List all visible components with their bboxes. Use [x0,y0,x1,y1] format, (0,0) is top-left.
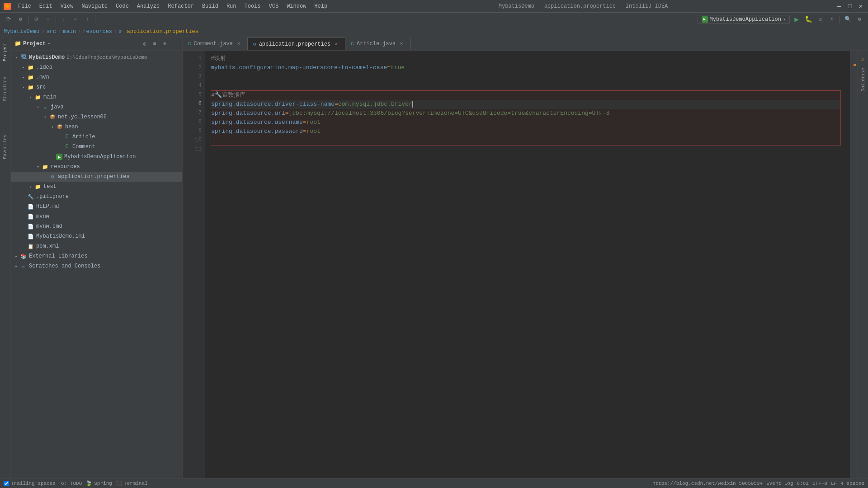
menu-run[interactable]: Run [223,2,240,10]
tab-comment[interactable]: C Comment.java × [183,38,248,50]
toolbar-settings-btn[interactable]: ⚙ [15,14,25,24]
tree-item-scratches[interactable]: ▸ ✏ Scratches and Consoles [11,261,182,271]
menu-refactor[interactable]: Refactor [164,2,198,10]
menu-navigate[interactable]: Navigate [78,2,111,10]
sidebar-icon-favorites[interactable]: Favorites [3,133,8,161]
tree-icon-main: 📁 [34,94,42,101]
tree-item-mybatisdemoapp[interactable]: ▸ ▶ MybatisDemoApplication [11,152,182,162]
status-encoding[interactable]: UTF-8 [812,481,827,486]
tree-item-helpmd[interactable]: ▸ 📄 HELP.md [11,202,182,211]
tree-item-idea[interactable]: ▸ 📁 .idea [11,62,182,72]
toolbar-collapse-btn[interactable]: − [43,14,53,24]
tree-item-article[interactable]: ▸ C Article [11,132,182,142]
project-collapse-btn[interactable]: ≡ [151,40,159,48]
project-dropdown-icon[interactable]: ▾ [47,41,50,47]
tab-article[interactable]: C Article.java × [345,38,410,50]
toolbar-git-commit-btn[interactable]: ✓ [71,14,80,24]
code-val-2: true [391,63,405,72]
tree-item-mybatisdemo[interactable]: ▾ 🏗 MybatisDemo D:\IdeaProjects\MybatisD… [11,52,182,62]
status-terminal[interactable]: ⬛ Terminal [116,480,148,486]
breadcrumb-resources[interactable]: resources [83,28,112,35]
right-icon-database[interactable]: Database [859,66,868,94]
tree-item-mvn[interactable]: ▸ 📁 .mvn [11,72,182,82]
tree-item-mvnwcmd[interactable]: ▸ 📄 mvnw.cmd [11,221,182,231]
status-tools: 6: TODO 🍃 Spring ⬛ Terminal [61,480,148,487]
coverage-button[interactable]: ☑ [815,14,825,24]
menu-tools[interactable]: Tools [241,2,264,10]
breadcrumb-main[interactable]: main [63,28,76,35]
status-position[interactable]: 6:61 [797,481,809,486]
menu-file[interactable]: File [14,2,35,10]
tree-item-test[interactable]: ▸ 📁 test [11,182,182,192]
toolbar-sync-btn[interactable]: ⟳ [4,14,14,24]
tree-icon-bean: 📦 [56,123,63,131]
debug-button[interactable]: 🐛 [803,14,813,24]
toolbar-gear-btn[interactable]: ⚙ [854,14,864,24]
menu-vcs[interactable]: VCS [265,2,283,10]
tab-appprops[interactable]: ⚙ application.properties × [248,38,345,50]
tree-item-mybatisdemoiml[interactable]: ▸ 📄 MybatisDemo.iml [11,231,182,241]
project-settings-btn[interactable]: ⚙ [160,40,169,48]
tree-item-java[interactable]: ▾ ☕ java [11,102,182,112]
code-editor[interactable]: #映射 mybatis.configuration.map-underscore… [205,51,850,478]
tree-item-main[interactable]: ▾ 📁 main [11,92,182,102]
tree-item-gitignore[interactable]: ▸ 🔧 .gitignore [11,192,182,202]
project-locate-btn[interactable]: ◎ [141,40,149,48]
code-key-2: mybatis.configuration.map-underscore-to-… [211,63,387,72]
tree-item-comment[interactable]: ▸ C Comment [11,142,182,152]
tree-item-bean[interactable]: ▾ 📦 bean [11,122,182,132]
code-line-8: spring.datasource.username=root [211,118,840,127]
project-hide-btn[interactable]: — [170,40,179,48]
trailing-spaces-checkbox[interactable] [4,481,9,486]
tree-item-netyc[interactable]: ▾ 📦 net.yc.lesson06 [11,112,182,122]
menu-view[interactable]: View [57,2,77,10]
tab-close-comment[interactable]: × [236,41,242,47]
sidebar-icon-project[interactable]: Project [3,41,8,63]
tree-item-extlibs[interactable]: ▸ 📚 External Libraries [11,251,182,261]
breadcrumb-src[interactable]: src [46,28,56,35]
status-bar: Trailing spaces 6: TODO 🍃 Spring ⬛ Termi… [0,478,868,488]
tab-close-appprops[interactable]: × [333,41,340,47]
status-indent[interactable]: 4 spaces [840,481,864,486]
breadcrumb-mybatisdemo[interactable]: MybatisDemo [4,28,39,35]
status-url[interactable]: https://blog.csdn.net/weixin_50659534 [652,481,763,486]
right-icon-notifications[interactable]: ⚠ [859,54,868,63]
maximize-button[interactable]: □ [846,3,854,10]
tree-item-pomxml[interactable]: ▸ 📋 pom.xml [11,241,182,251]
menu-build[interactable]: Build [198,2,222,10]
toolbar-git-update-btn[interactable]: ↓ [59,14,69,24]
tab-icon-article: C [351,41,354,47]
status-spring[interactable]: 🍃 Spring [85,480,112,487]
menu-window[interactable]: Window [283,2,310,10]
tree-label-scratches: Scratches and Consoles [29,263,100,269]
menu-code[interactable]: Code [112,2,132,10]
tree-item-src[interactable]: ▾ 📁 src [11,82,182,92]
tree-item-resources[interactable]: ▾ 📁 resources [11,162,182,172]
toolbar-project-structure-btn[interactable]: ⊞ [31,14,41,24]
menu-edit[interactable]: Edit [36,2,56,10]
run-config-selector[interactable]: ▶ MybatisDemoApplication ▾ [698,15,790,24]
menu-analyze[interactable]: Analyze [133,2,163,10]
run-button[interactable]: ▶ [792,14,802,24]
status-todo[interactable]: 6: TODO [61,481,82,486]
status-line-sep[interactable]: LF [831,481,837,486]
tree-item-appprops[interactable]: ▸ ⚙ application.properties [11,172,182,182]
toolbar-search-btn[interactable]: 🔍 [843,14,853,24]
right-panel-minimap [850,51,857,478]
tree-item-mvnw[interactable]: ▸ 📄 mvnw [11,211,182,221]
close-button[interactable]: ✕ [857,3,864,10]
sidebar-icon-structure[interactable]: Structure [3,75,8,103]
tree-icon-scratches: ✏ [20,263,27,270]
minimize-button[interactable]: — [835,3,843,10]
toolbar-separator-4 [840,15,840,23]
toolbar-git-push-btn[interactable]: ↑ [82,14,92,24]
code-key-7: spring.datasource.url [211,109,285,118]
tree-arrow-extlibs: ▸ [13,254,20,259]
tree-path-mybatisdemo: D:\IdeaProjects\MybatisDemo [66,55,147,60]
editor-content: 1 2 3 4 5 6 7 8 9 10 11 #映射 mybatis.conf [183,51,868,478]
profile-button[interactable]: ⚡ [827,14,837,24]
tab-close-article[interactable]: × [398,41,405,47]
status-event-log[interactable]: Event Log [766,481,793,486]
code-val-9: root [307,127,321,136]
menu-help[interactable]: Help [311,2,331,10]
